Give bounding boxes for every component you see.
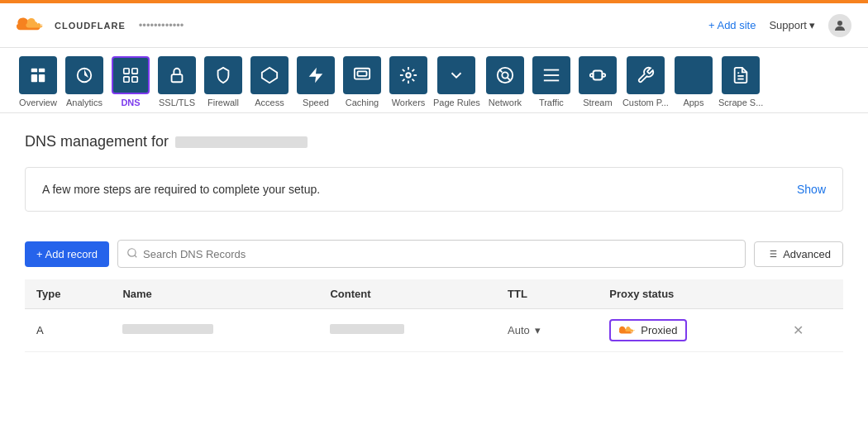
search-wrapper bbox=[117, 240, 746, 268]
proxy-label: Proxied bbox=[641, 324, 677, 336]
nav-label-ssl-tls: SSL/TLS bbox=[159, 98, 195, 112]
nav-label-network: Network bbox=[489, 98, 522, 112]
logo[interactable]: CLOUDFLARE bbox=[17, 14, 126, 37]
show-button[interactable]: Show bbox=[797, 183, 826, 196]
svg-line-26 bbox=[135, 255, 137, 257]
record-delete: ✕ bbox=[781, 309, 843, 352]
header-left: CLOUDFLARE •••••••••••• bbox=[17, 14, 184, 37]
svg-line-17 bbox=[499, 70, 502, 73]
nav-item-access[interactable]: Access bbox=[248, 56, 291, 112]
svg-point-0 bbox=[837, 21, 842, 26]
empty-cell bbox=[496, 352, 598, 385]
support-button[interactable]: Support ▾ bbox=[769, 19, 815, 31]
nav-item-workers[interactable]: Workers bbox=[387, 56, 430, 112]
nav-item-traffic[interactable]: Traffic bbox=[530, 56, 573, 112]
nav-item-overview[interactable]: Overview bbox=[17, 56, 60, 112]
nav-label-scrape-shield: Scrape S... bbox=[718, 98, 763, 112]
user-icon bbox=[832, 18, 847, 33]
nav-item-page-rules[interactable]: Page Rules bbox=[433, 56, 480, 112]
nav-item-network[interactable]: Network bbox=[484, 56, 527, 112]
nav-icon-network bbox=[486, 56, 524, 94]
nav-icon-ssl-tls bbox=[158, 56, 196, 94]
svg-rect-7 bbox=[124, 77, 129, 82]
ttl-dropdown-icon[interactable]: ▾ bbox=[535, 324, 541, 336]
setup-message: A few more steps are required to complet… bbox=[42, 183, 320, 196]
cloud-proxy-icon bbox=[619, 325, 636, 336]
record-proxy-status: Proxied bbox=[598, 309, 781, 352]
nav-item-apps[interactable]: Apps bbox=[672, 56, 715, 112]
svg-marker-10 bbox=[262, 68, 277, 83]
nav-label-firewall: Firewall bbox=[207, 98, 239, 112]
nav-label-analytics: Analytics bbox=[66, 98, 103, 112]
record-type: A bbox=[25, 309, 111, 352]
dns-toolbar: + Add record Advanced bbox=[25, 228, 843, 279]
svg-marker-11 bbox=[309, 68, 323, 83]
empty-cell bbox=[598, 352, 781, 385]
svg-rect-2 bbox=[39, 69, 45, 73]
empty-cell bbox=[25, 352, 111, 385]
nav-label-page-rules: Page Rules bbox=[433, 98, 480, 112]
nav-item-custom-pages[interactable]: Custom P... bbox=[622, 56, 669, 112]
nav-label-overview: Overview bbox=[19, 98, 57, 112]
nav-icon-analytics bbox=[65, 56, 103, 94]
svg-rect-22 bbox=[593, 71, 602, 80]
svg-point-25 bbox=[128, 248, 136, 255]
nav-item-stream[interactable]: Stream bbox=[576, 56, 619, 112]
nav-icon-apps bbox=[675, 56, 713, 94]
nav-item-scrape-shield[interactable]: Scrape S... bbox=[718, 56, 763, 112]
cloudflare-logo-icon bbox=[17, 14, 48, 37]
nav-item-dns[interactable]: DNS bbox=[109, 56, 152, 112]
search-dns-input[interactable] bbox=[143, 248, 737, 260]
svg-rect-4 bbox=[39, 74, 45, 82]
svg-line-18 bbox=[508, 78, 510, 80]
add-record-button[interactable]: + Add record bbox=[25, 241, 109, 267]
search-icon bbox=[126, 247, 138, 261]
support-label: Support bbox=[769, 19, 807, 31]
nav-icon-access bbox=[250, 56, 289, 94]
col-content: Content bbox=[318, 279, 496, 309]
table-row: AAuto▾ Proxied ✕ bbox=[25, 309, 843, 352]
svg-rect-3 bbox=[31, 74, 37, 82]
setup-banner: A few more steps are required to complet… bbox=[25, 167, 843, 212]
svg-point-16 bbox=[502, 72, 508, 78]
nav-label-custom-pages: Custom P... bbox=[622, 98, 669, 112]
proxy-badge[interactable]: Proxied bbox=[609, 319, 687, 341]
add-site-button[interactable]: + Add site bbox=[708, 19, 756, 31]
nav-label-caching: Caching bbox=[346, 98, 379, 112]
svg-rect-9 bbox=[172, 74, 183, 82]
col-type: Type bbox=[25, 279, 111, 309]
nav-label-apps: Apps bbox=[683, 98, 703, 112]
svg-rect-8 bbox=[132, 77, 137, 82]
col-actions bbox=[781, 279, 843, 309]
dns-table: Type Name Content TTL Proxy status AAuto… bbox=[25, 279, 843, 385]
page-title: DNS management for bbox=[25, 133, 843, 150]
nav-label-traffic: Traffic bbox=[539, 98, 564, 112]
ttl-value: Auto bbox=[508, 324, 530, 336]
table-row-empty bbox=[25, 352, 843, 385]
nav-item-caching[interactable]: Caching bbox=[341, 56, 384, 112]
nav-icon-firewall bbox=[204, 56, 242, 94]
nav-item-firewall[interactable]: Firewall bbox=[202, 56, 245, 112]
table-header: Type Name Content TTL Proxy status bbox=[25, 279, 843, 309]
nav-label-workers: Workers bbox=[392, 98, 426, 112]
advanced-button[interactable]: Advanced bbox=[754, 241, 843, 267]
nav-icons: OverviewAnalyticsDNSSSL/TLSFirewallAcces… bbox=[17, 56, 851, 112]
svg-rect-1 bbox=[31, 69, 37, 73]
svg-rect-21 bbox=[544, 80, 559, 82]
list-icon bbox=[766, 248, 778, 260]
nav-item-speed[interactable]: Speed bbox=[294, 56, 337, 112]
header-right: + Add site Support ▾ bbox=[708, 14, 851, 37]
nav-item-ssl-tls[interactable]: SSL/TLS bbox=[155, 56, 198, 112]
advanced-label: Advanced bbox=[783, 248, 831, 260]
page-title-text: DNS management for bbox=[25, 133, 169, 150]
empty-cell bbox=[111, 352, 318, 385]
domain-blur bbox=[175, 136, 308, 148]
nav-icon-custom-pages bbox=[627, 56, 665, 94]
nav-item-analytics[interactable]: Analytics bbox=[63, 56, 106, 112]
record-ttl: Auto▾ bbox=[496, 309, 598, 352]
nav-icon-scrape-shield bbox=[722, 56, 760, 94]
nav-icon-traffic bbox=[532, 56, 570, 94]
delete-record-button[interactable]: ✕ bbox=[793, 323, 804, 337]
col-ttl: TTL bbox=[496, 279, 598, 309]
user-account-button[interactable] bbox=[828, 14, 851, 37]
